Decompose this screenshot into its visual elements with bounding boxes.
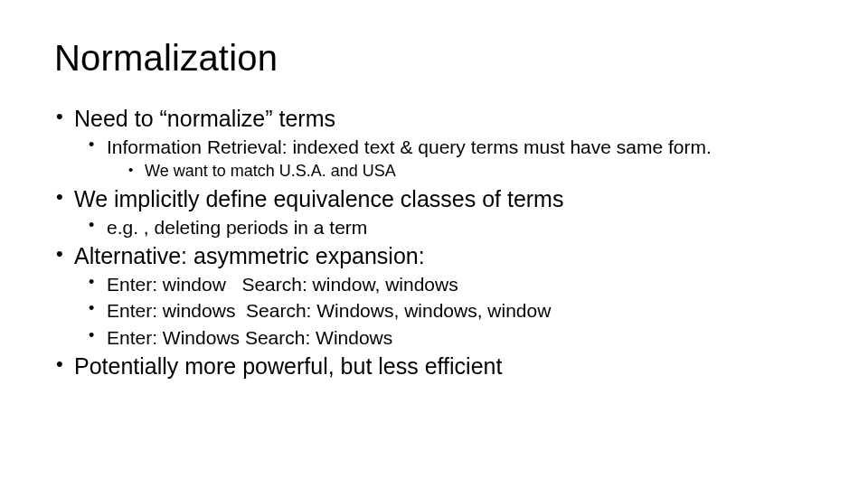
- bullet-text: e.g. , deleting periods in a term: [107, 217, 367, 238]
- bullet-list: Need to “normalize” terms Information Re…: [54, 104, 814, 380]
- bullet-text: Need to “normalize” terms: [74, 106, 335, 131]
- bullet-text: Enter: windows Search: Windows, windows,…: [107, 300, 551, 321]
- bullet-level2: Enter: window Search: window, windows: [87, 272, 814, 296]
- bullet-level2: Enter: windows Search: Windows, windows,…: [87, 298, 814, 323]
- slide: Normalization Need to “normalize” terms …: [0, 0, 868, 488]
- slide-title: Normalization: [54, 38, 814, 79]
- bullet-level1: Need to “normalize” terms Information Re…: [54, 104, 814, 183]
- bullet-sublist: We want to match U.S.A. and USA: [107, 161, 814, 182]
- bullet-level2: e.g. , deleting periods in a term: [87, 215, 814, 239]
- bullet-text: We want to match U.S.A. and USA: [145, 162, 396, 180]
- bullet-sublist: Enter: window Search: window, windows En…: [74, 272, 814, 350]
- bullet-text: We implicitly define equivalence classes…: [74, 186, 563, 211]
- bullet-sublist: Information Retrieval: indexed text & qu…: [74, 135, 814, 183]
- bullet-text: Information Retrieval: indexed text & qu…: [107, 136, 712, 157]
- bullet-level2: Information Retrieval: indexed text & qu…: [87, 135, 814, 183]
- bullet-text: Alternative: asymmetric expansion:: [74, 243, 425, 268]
- bullet-level1: We implicitly define equivalence classes…: [54, 184, 814, 239]
- bullet-text: Enter: Windows Search: Windows: [107, 327, 392, 348]
- bullet-sublist: e.g. , deleting periods in a term: [74, 215, 814, 239]
- bullet-level1: Potentially more powerful, but less effi…: [54, 352, 814, 380]
- bullet-text: Potentially more powerful, but less effi…: [74, 353, 502, 379]
- bullet-level2: Enter: Windows Search: Windows: [87, 325, 814, 350]
- bullet-level3: We want to match U.S.A. and USA: [125, 161, 814, 182]
- bullet-text: Enter: window Search: window, windows: [107, 274, 458, 295]
- bullet-level1: Alternative: asymmetric expansion: Enter…: [54, 241, 814, 350]
